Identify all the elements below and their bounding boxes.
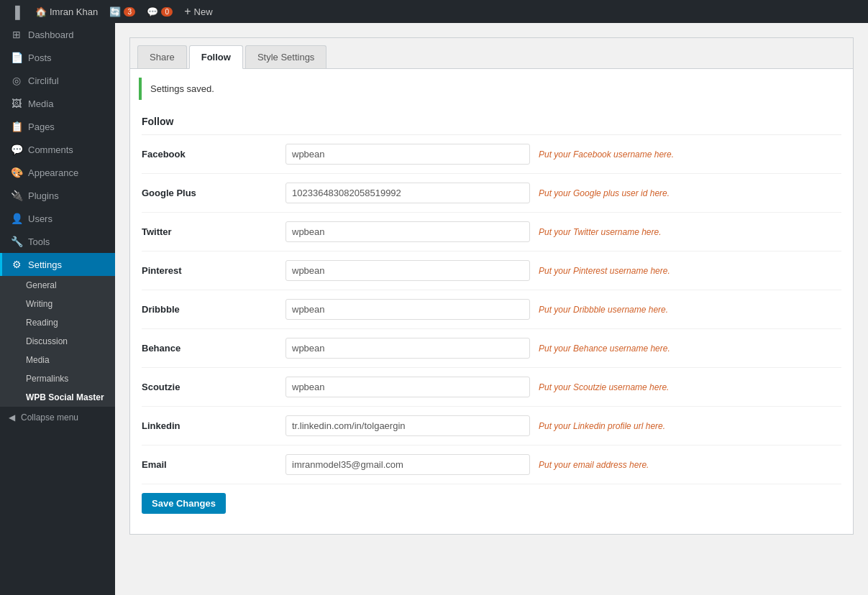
posts-icon: 📄 xyxy=(11,52,22,63)
tab-share[interactable]: Share xyxy=(137,45,187,68)
comments-icon: 💬 xyxy=(147,6,158,17)
facebook-hint: Put your Facebook username here. xyxy=(539,149,674,160)
site-name-button[interactable]: 🏠 Imran Khan xyxy=(29,0,104,23)
twitter-input[interactable] xyxy=(285,221,530,242)
table-row: LinkedinPut your Linkedin profile url he… xyxy=(142,407,841,446)
site-name-label: Imran Khan xyxy=(50,6,98,17)
updates-button[interactable]: 🔄 3 xyxy=(104,0,141,23)
plus-icon: + xyxy=(184,5,191,18)
sidebar-item-media[interactable]: 🖼 Media xyxy=(0,92,115,115)
admin-bar: ❚ 🏠 Imran Khan 🔄 3 💬 0 + New xyxy=(0,0,868,23)
plugins-icon: 🔌 xyxy=(11,190,22,201)
comments-nav-icon: 💬 xyxy=(11,144,22,155)
sidebar-item-label: Settings xyxy=(28,259,62,270)
comments-button[interactable]: 💬 0 xyxy=(141,0,178,23)
sidebar-item-label: Pages xyxy=(28,121,55,132)
dashboard-icon: ⊞ xyxy=(11,29,22,40)
sidebar-item-dashboard[interactable]: ⊞ Dashboard xyxy=(0,23,115,46)
users-icon: 👤 xyxy=(11,213,22,224)
wp-logo-icon: ❚ xyxy=(12,3,24,20)
media-icon: 🖼 xyxy=(11,98,22,109)
tab-bar: Share Follow Style Settings xyxy=(130,38,853,69)
sidebar-item-label: Tools xyxy=(28,236,50,247)
field-label-twitter: Twitter xyxy=(142,213,285,252)
sidebar-item-pages[interactable]: 📋 Pages xyxy=(0,115,115,138)
sidebar-item-label: Users xyxy=(28,213,52,224)
sidebar-item-plugins[interactable]: 🔌 Plugins xyxy=(0,184,115,207)
sidebar-item-circliful[interactable]: ◎ Circliful xyxy=(0,69,115,92)
updates-badge: 3 xyxy=(124,7,135,17)
sidebar-item-label: Posts xyxy=(28,52,52,63)
section-title: Follow xyxy=(142,109,841,135)
tab-content: Follow FacebookPut your Facebook usernam… xyxy=(130,100,853,534)
submenu-item-media[interactable]: Media xyxy=(0,351,115,369)
email-hint: Put your email address here. xyxy=(539,460,649,470)
wp-logo-button[interactable]: ❚ xyxy=(6,0,29,23)
tools-icon: 🔧 xyxy=(11,236,22,247)
field-cell-pinterest: Put your Pinterest username here. xyxy=(285,252,841,290)
sidebar-item-label: Comments xyxy=(28,144,73,155)
field-label-dribbble: Dribbble xyxy=(142,290,285,329)
site-icon: 🏠 xyxy=(35,6,47,17)
tab-follow[interactable]: Follow xyxy=(189,45,243,69)
field-cell-behance: Put your Behance username here. xyxy=(285,329,841,368)
field-label-google-plus: Google Plus xyxy=(142,174,285,213)
email-input[interactable] xyxy=(285,454,530,475)
submenu-item-discussion[interactable]: Discussion xyxy=(0,332,115,351)
linkedin-hint: Put your Linkedin profile url here. xyxy=(539,421,665,431)
sidebar-item-label: Circliful xyxy=(28,75,59,86)
behance-input[interactable] xyxy=(285,338,530,359)
field-label-behance: Behance xyxy=(142,329,285,368)
table-row: DribbblePut your Dribbble username here. xyxy=(142,290,841,329)
google-plus-input[interactable] xyxy=(285,183,530,203)
sidebar-item-users[interactable]: 👤 Users xyxy=(0,207,115,230)
collapse-menu-button[interactable]: ◀ Collapse menu xyxy=(0,407,115,428)
submenu-item-reading[interactable]: Reading xyxy=(0,313,115,332)
follow-form-table: FacebookPut your Facebook username here.… xyxy=(142,135,841,484)
sidebar-item-appearance[interactable]: 🎨 Appearance xyxy=(0,161,115,184)
tab-style-settings[interactable]: Style Settings xyxy=(245,45,327,68)
submenu-item-wpb-social-master[interactable]: WPB Social Master xyxy=(0,388,115,407)
settings-icon: ⚙ xyxy=(11,259,22,270)
field-cell-google-plus: Put your Google plus user id here. xyxy=(285,174,841,213)
scoutzie-hint: Put your Scoutzie username here. xyxy=(539,382,669,392)
behance-hint: Put your Behance username here. xyxy=(539,343,670,354)
table-row: FacebookPut your Facebook username here. xyxy=(142,135,841,174)
new-content-button[interactable]: + New xyxy=(178,0,218,23)
field-label-facebook: Facebook xyxy=(142,135,285,174)
notice-text: Settings saved. xyxy=(150,83,214,94)
submenu-item-permalinks[interactable]: Permalinks xyxy=(0,369,115,388)
settings-wrap: Share Follow Style Settings Settings sav… xyxy=(129,37,854,535)
sidebar-item-posts[interactable]: 📄 Posts xyxy=(0,46,115,69)
circliful-icon: ◎ xyxy=(11,75,22,86)
field-label-email: Email xyxy=(142,446,285,484)
submenu-item-writing[interactable]: Writing xyxy=(0,295,115,313)
sidebar-item-label: Dashboard xyxy=(28,29,74,40)
save-changes-button[interactable]: Save Changes xyxy=(142,493,226,514)
collapse-icon: ◀ xyxy=(9,412,15,423)
new-label: New xyxy=(194,6,213,17)
dribbble-input[interactable] xyxy=(285,299,530,320)
field-label-pinterest: Pinterest xyxy=(142,252,285,290)
table-row: TwitterPut your Twitter username here. xyxy=(142,213,841,252)
facebook-input[interactable] xyxy=(285,144,530,165)
table-row: BehancePut your Behance username here. xyxy=(142,329,841,368)
main-content: Share Follow Style Settings Settings sav… xyxy=(115,23,868,595)
sidebar-item-comments[interactable]: 💬 Comments xyxy=(0,138,115,161)
sidebar-item-settings[interactable]: ⚙ Settings xyxy=(0,253,115,276)
linkedin-input[interactable] xyxy=(285,415,530,436)
appearance-icon: 🎨 xyxy=(11,167,22,178)
pinterest-input[interactable] xyxy=(285,260,530,281)
settings-saved-notice: Settings saved. xyxy=(139,78,844,100)
sidebar-item-label: Media xyxy=(28,98,53,109)
submenu-item-general[interactable]: General xyxy=(0,276,115,295)
field-cell-dribbble: Put your Dribbble username here. xyxy=(285,290,841,329)
pinterest-hint: Put your Pinterest username here. xyxy=(539,266,670,276)
collapse-label: Collapse menu xyxy=(21,412,78,423)
sidebar-item-tools[interactable]: 🔧 Tools xyxy=(0,230,115,253)
table-row: PinterestPut your Pinterest username her… xyxy=(142,252,841,290)
field-cell-twitter: Put your Twitter username here. xyxy=(285,213,841,252)
dribbble-hint: Put your Dribbble username here. xyxy=(539,305,668,315)
scoutzie-input[interactable] xyxy=(285,377,530,397)
sidebar-item-label: Appearance xyxy=(28,167,78,178)
